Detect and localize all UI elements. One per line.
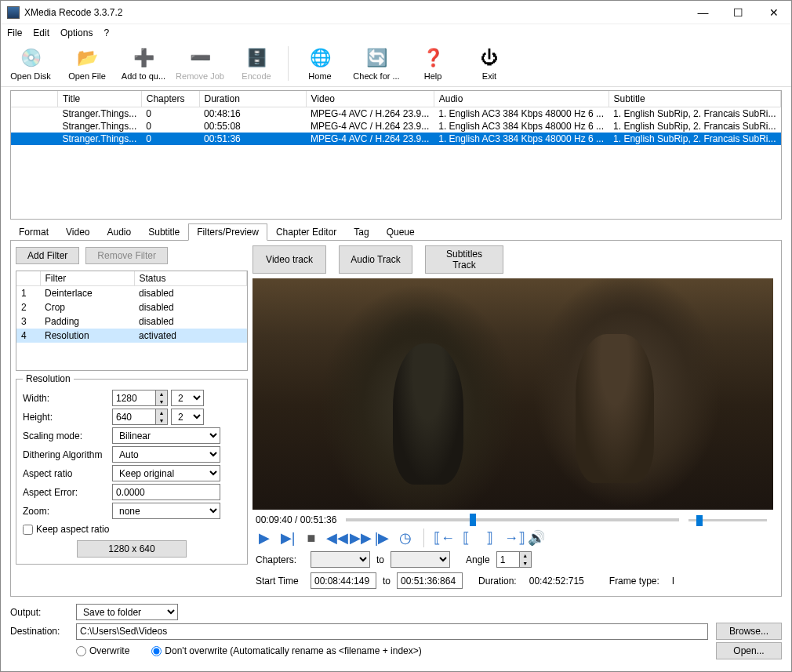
subtitles-track-button[interactable]: Subtitles Track — [425, 245, 503, 274]
dont-overwrite-radio[interactable] — [151, 646, 162, 656]
width-multiplier[interactable]: 2 — [171, 390, 204, 406]
tab-video[interactable]: Video — [57, 223, 98, 241]
filter-header[interactable]: Filter — [40, 271, 134, 286]
dither-label: Dithering Algorithm — [23, 449, 109, 460]
toolbar-removejob: ➖Remove Job — [173, 45, 227, 82]
filter-row[interactable]: 2Cropdisabled — [16, 300, 247, 314]
toolbar-checkfor[interactable]: 🔄Check for ... — [350, 45, 403, 82]
file-header[interactable]: Title — [58, 91, 142, 107]
angle-spinner[interactable]: ▲▼ — [520, 551, 532, 568]
chapter-from-select[interactable] — [311, 551, 370, 568]
filter-header[interactable] — [16, 271, 40, 286]
tab-tag[interactable]: Tag — [345, 223, 377, 241]
width-spinner[interactable]: ▲▼ — [156, 390, 168, 406]
chapter-to-select[interactable] — [391, 551, 450, 568]
toolbar-addtoqu[interactable]: ➕Add to qu... — [117, 45, 170, 82]
overwrite-radio[interactable] — [76, 646, 86, 656]
tab-chaptereditor[interactable]: Chapter Editor — [267, 223, 345, 241]
width-input[interactable] — [112, 390, 156, 406]
zoom-select[interactable]: none — [112, 503, 220, 519]
remove-filter-button[interactable]: Remove Filter — [85, 247, 168, 264]
open-button[interactable]: Open... — [716, 642, 782, 659]
height-multiplier[interactable]: 2 — [171, 409, 204, 425]
toolbar-icon: ⏻ — [478, 46, 501, 70]
dither-select[interactable]: Auto — [112, 446, 220, 463]
file-row[interactable]: Stranger.Things...000:55:08MPEG-4 AVC / … — [11, 120, 781, 133]
file-header[interactable] — [11, 91, 58, 107]
file-row[interactable]: Stranger.Things...000:51:36MPEG-4 AVC / … — [11, 133, 781, 145]
start-time-input[interactable] — [311, 572, 376, 589]
video-track-button[interactable]: Video track — [252, 245, 326, 274]
file-header[interactable]: Duration — [199, 91, 306, 107]
volume-slider[interactable] — [688, 519, 767, 521]
filter-list[interactable]: FilterStatus1Deinterlacedisabled2Cropdis… — [16, 271, 248, 371]
tab-filterspreview[interactable]: Filters/Preview — [188, 223, 267, 241]
seek-slider[interactable] — [346, 518, 679, 521]
play-icon[interactable]: ▶ — [256, 529, 273, 547]
file-header[interactable]: Chapters — [141, 91, 199, 107]
menu-edit[interactable]: Edit — [33, 27, 49, 38]
aspect-label: Aspect ratio — [23, 468, 109, 479]
tab-queue[interactable]: Queue — [378, 223, 423, 241]
minimize-button[interactable]: — — [685, 1, 721, 24]
width-label: Width: — [23, 393, 109, 404]
height-input[interactable] — [112, 409, 156, 425]
aspect-error-input[interactable] — [112, 484, 220, 500]
video-preview[interactable] — [252, 278, 773, 510]
file-header[interactable]: Audio — [434, 91, 609, 107]
filter-row[interactable]: 3Paddingdisabled — [16, 314, 247, 329]
clock-icon[interactable]: ◷ — [397, 529, 414, 547]
keep-aspect-checkbox[interactable] — [23, 525, 33, 535]
stop-icon[interactable]: ■ — [303, 530, 320, 547]
filter-row[interactable]: 4Resolutionactivated — [16, 329, 247, 343]
toolbar-help[interactable]: ❓Help — [406, 45, 460, 82]
file-list[interactable]: TitleChaptersDurationVideoAudioSubtitleS… — [10, 90, 782, 220]
toolbar-exit[interactable]: ⏻Exit — [463, 45, 516, 82]
mark-out-icon[interactable]: →⟧ — [504, 529, 521, 547]
menu-options[interactable]: Options — [60, 27, 93, 38]
output-select[interactable]: Save to folder — [76, 604, 178, 620]
add-filter-button[interactable]: Add Filter — [16, 247, 79, 264]
height-label: Height: — [23, 412, 109, 423]
frame-type-value: I — [672, 576, 674, 587]
forward-icon[interactable]: ▶▶ — [350, 529, 367, 547]
mark-in-icon[interactable]: ⟦← — [434, 529, 451, 547]
tab-subtitle[interactable]: Subtitle — [140, 223, 188, 241]
toolbar-home[interactable]: 🌐Home — [293, 45, 347, 82]
bracket-out-icon[interactable]: ⟧ — [481, 529, 498, 547]
menubar: File Edit Options ? — [1, 24, 791, 42]
toolbar: 💿Open Disk📂Open File➕Add to qu...➖Remove… — [1, 42, 791, 88]
menu-help[interactable]: ? — [104, 27, 109, 38]
file-header[interactable]: Video — [306, 91, 434, 107]
menu-file[interactable]: File — [7, 27, 22, 38]
aspect-select[interactable]: Keep original — [112, 465, 220, 481]
toolbar-label: Open File — [68, 71, 106, 81]
tab-format[interactable]: Format — [10, 223, 57, 241]
toolbar-openfile[interactable]: 📂Open File — [60, 45, 114, 82]
sound-icon[interactable]: 🔊 — [528, 529, 545, 547]
toolbar-opendisk[interactable]: 💿Open Disk — [4, 45, 57, 82]
step-icon[interactable]: |▶ — [373, 529, 391, 547]
browse-button[interactable]: Browse... — [716, 623, 782, 640]
bracket-in-icon[interactable]: ⟦ — [457, 529, 474, 547]
file-header[interactable]: Subtitle — [609, 91, 780, 107]
next-icon[interactable]: ▶| — [279, 529, 296, 547]
height-spinner[interactable]: ▲▼ — [156, 409, 168, 425]
filter-header[interactable]: Status — [134, 271, 247, 286]
audio-track-button[interactable]: Audio Track — [339, 245, 412, 274]
tab-content: Add Filter Remove Filter FilterStatus1De… — [10, 241, 782, 597]
scaling-select[interactable]: Bilinear — [112, 427, 220, 444]
dimensions-button[interactable]: 1280 x 640 — [77, 540, 187, 558]
filter-row[interactable]: 1Deinterlacedisabled — [16, 286, 247, 301]
maximize-button[interactable]: ☐ — [721, 1, 756, 24]
toolbar-label: Remove Job — [176, 71, 224, 81]
file-row[interactable]: Stranger.Things...000:48:16MPEG-4 AVC / … — [11, 107, 781, 120]
destination-label: Destination: — [10, 626, 73, 637]
rewind-icon[interactable]: ◀◀ — [326, 529, 343, 547]
end-time-input[interactable] — [397, 572, 463, 589]
destination-input[interactable] — [76, 623, 708, 640]
close-button[interactable]: ✕ — [756, 1, 791, 24]
window-title: XMedia Recode 3.3.7.2 — [24, 7, 685, 18]
angle-input[interactable] — [496, 551, 520, 568]
tab-audio[interactable]: Audio — [99, 223, 140, 241]
